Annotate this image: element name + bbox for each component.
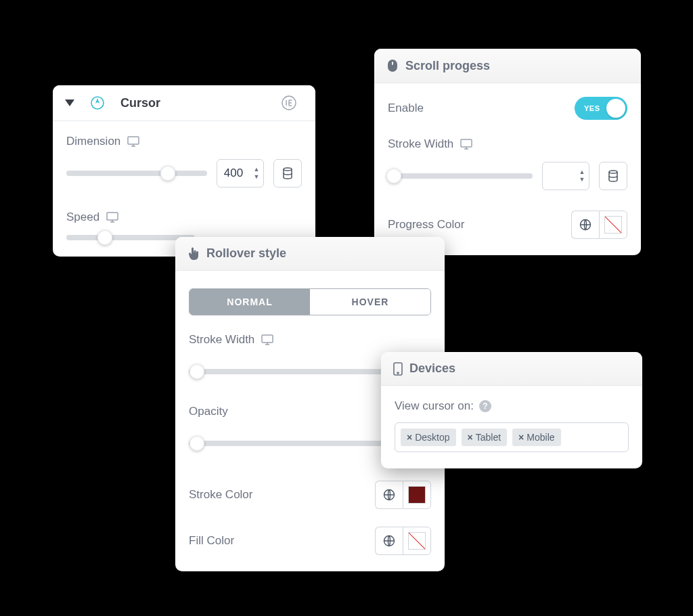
close-icon[interactable]: × [518, 432, 524, 443]
tab-hover[interactable]: HOVER [310, 289, 430, 315]
devices-panel-title: Devices [409, 361, 455, 376]
tag-tablet[interactable]: ×Tablet [462, 428, 508, 446]
tab-normal[interactable]: NORMAL [189, 289, 310, 315]
slider-thumb[interactable] [386, 169, 401, 183]
tag-mobile[interactable]: ×Mobile [512, 428, 560, 446]
svg-point-4 [284, 168, 292, 171]
dimension-input[interactable]: 400 ▲▼ [217, 159, 264, 188]
svg-point-9 [609, 171, 617, 173]
enable-toggle[interactable]: YES [575, 97, 627, 120]
close-icon[interactable]: × [468, 432, 473, 443]
fill-color-swatch-none[interactable] [403, 527, 431, 555]
desktop-icon[interactable] [261, 334, 273, 345]
desktop-icon[interactable] [106, 212, 118, 223]
dimension-slider[interactable] [66, 171, 207, 176]
elementor-icon[interactable] [282, 95, 296, 110]
svg-rect-5 [107, 213, 118, 220]
svg-marker-0 [65, 100, 74, 106]
close-icon[interactable]: × [407, 432, 412, 443]
cursor-panel: Cursor Dimension 400 ▲▼ Speed [53, 85, 315, 257]
db-icon[interactable] [599, 162, 627, 190]
stroke-width-slider[interactable] [388, 173, 533, 179]
progress-color-label: Progress Color [388, 218, 464, 232]
state-tabs: NORMAL HOVER [189, 288, 431, 315]
toggle-knob [606, 99, 625, 118]
color-swatch-none[interactable] [599, 211, 627, 239]
db-icon[interactable] [273, 159, 302, 188]
stroke-color-swatch[interactable] [403, 481, 431, 509]
number-stepper[interactable]: ▲▼ [575, 169, 589, 183]
devices-tag-input[interactable]: ×Desktop ×Tablet ×Mobile [395, 422, 629, 452]
fill-color-label: Fill Color [189, 534, 234, 548]
stroke-color-label: Stroke Color [189, 488, 252, 502]
cursor-panel-title: Cursor [120, 96, 160, 110]
mouse-icon [386, 58, 399, 73]
globe-icon[interactable] [571, 211, 599, 239]
stroke-width-label: Stroke Width [388, 137, 627, 151]
rollover-panel-title: Rollover style [206, 246, 286, 261]
opacity-slider[interactable] [189, 441, 397, 446]
color-swatch [408, 486, 426, 504]
slider-thumb[interactable] [160, 166, 175, 181]
hand-pointer-icon [187, 247, 200, 261]
stroke-width-slider[interactable] [189, 369, 390, 374]
slider-thumb[interactable] [97, 230, 112, 245]
scroll-panel-header[interactable]: Scroll progess [374, 49, 641, 83]
svg-rect-6 [388, 60, 397, 72]
help-icon[interactable]: ? [479, 400, 491, 412]
speed-label: Speed [66, 211, 302, 224]
svg-rect-11 [262, 335, 273, 343]
cursor-panel-header[interactable]: Cursor [53, 85, 315, 121]
mobile-icon [393, 362, 403, 376]
dimension-label: Dimension [66, 135, 302, 148]
scroll-progress-panel: Scroll progess Enable YES Stroke Width ▲… [374, 49, 641, 255]
svg-rect-7 [392, 62, 393, 65]
slider-thumb[interactable] [189, 364, 204, 379]
devices-prompt: View cursor on: ? [395, 399, 629, 413]
devices-panel-header[interactable]: Devices [381, 352, 642, 386]
slider-thumb[interactable] [189, 436, 204, 451]
stroke-width-label: Stroke Width [189, 333, 431, 347]
svg-point-15 [397, 372, 399, 374]
number-stepper[interactable]: ▲▼ [250, 167, 263, 180]
devices-panel: Devices View cursor on: ? ×Desktop ×Tabl… [381, 352, 642, 468]
cursor-icon [89, 95, 106, 111]
desktop-icon[interactable] [127, 136, 139, 147]
globe-icon[interactable] [375, 481, 403, 509]
svg-rect-3 [128, 137, 139, 144]
chevron-down-icon[interactable] [65, 100, 74, 106]
tag-desktop[interactable]: ×Desktop [401, 428, 456, 446]
globe-icon[interactable] [375, 527, 403, 555]
rollover-panel-header[interactable]: Rollover style [175, 237, 445, 271]
scroll-panel-title: Scroll progess [405, 59, 490, 73]
enable-label: Enable [388, 102, 424, 115]
svg-rect-8 [461, 139, 472, 147]
desktop-icon[interactable] [460, 139, 472, 150]
stroke-width-input[interactable]: ▲▼ [542, 162, 589, 190]
